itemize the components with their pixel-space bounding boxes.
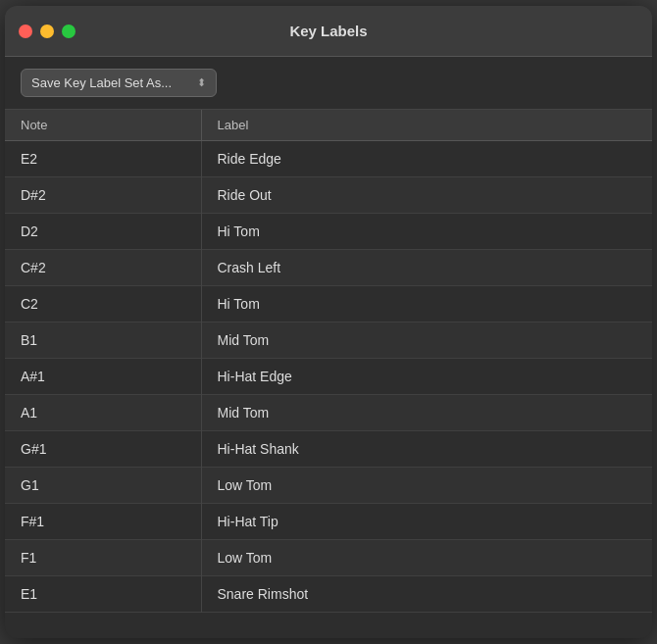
titlebar: Key Labels (5, 6, 652, 57)
maximize-button[interactable] (62, 25, 76, 38)
label-cell: Mid Tom (201, 395, 652, 431)
note-cell: D2 (5, 214, 201, 250)
note-cell: E2 (5, 141, 201, 177)
label-cell: Hi-Hat Tip (201, 504, 652, 540)
table-row[interactable]: E2Ride Edge (5, 141, 652, 177)
save-key-label-dropdown[interactable]: Save Key Label Set As... ⬍ (21, 69, 217, 97)
note-cell: D#2 (5, 177, 201, 214)
label-cell: Ride Out (201, 177, 652, 214)
key-labels-table: Note Label E2Ride EdgeD#2Ride OutD2Hi To… (5, 110, 652, 613)
table-row[interactable]: G#1Hi-Hat Shank (5, 431, 652, 468)
note-cell: A1 (5, 395, 201, 431)
table-row[interactable]: A#1Hi-Hat Edge (5, 359, 652, 395)
table-row[interactable]: C#2Crash Left (5, 250, 652, 286)
label-cell: Low Tom (201, 540, 652, 576)
label-cell: Snare Rimshot (201, 576, 652, 613)
note-cell: C#2 (5, 250, 201, 286)
traffic-lights (19, 25, 76, 38)
note-cell: F#1 (5, 504, 201, 540)
chevron-down-icon: ⬍ (197, 76, 206, 89)
label-cell: Hi Tom (201, 214, 652, 250)
note-cell: F1 (5, 540, 201, 576)
minimize-button[interactable] (40, 25, 54, 38)
note-cell: E1 (5, 576, 201, 613)
table-row[interactable]: B1Mid Tom (5, 322, 652, 359)
table-row[interactable]: C2Hi Tom (5, 286, 652, 322)
label-cell: Mid Tom (201, 322, 652, 359)
note-cell: B1 (5, 322, 201, 359)
table-row[interactable]: D#2Ride Out (5, 177, 652, 214)
label-column-header: Label (201, 110, 652, 141)
table-container[interactable]: Note Label E2Ride EdgeD#2Ride OutD2Hi To… (5, 110, 652, 638)
label-cell: Hi-Hat Edge (201, 359, 652, 395)
note-cell: A#1 (5, 359, 201, 395)
dropdown-label: Save Key Label Set As... (31, 75, 172, 90)
table-row[interactable]: D2Hi Tom (5, 214, 652, 250)
close-button[interactable] (19, 25, 32, 38)
label-cell: Low Tom (201, 468, 652, 504)
note-cell: C2 (5, 286, 201, 322)
table-row[interactable]: E1Snare Rimshot (5, 576, 652, 613)
note-cell: G1 (5, 468, 201, 504)
label-cell: Crash Left (201, 250, 652, 286)
key-labels-window: Key Labels Save Key Label Set As... ⬍ No… (5, 6, 652, 638)
window-title: Key Labels (289, 23, 367, 39)
table-row[interactable]: G1Low Tom (5, 468, 652, 504)
note-column-header: Note (5, 110, 201, 141)
table-row[interactable]: F1Low Tom (5, 540, 652, 576)
label-cell: Hi-Hat Shank (201, 431, 652, 468)
table-header-row: Note Label (5, 110, 652, 141)
toolbar: Save Key Label Set As... ⬍ (5, 57, 652, 110)
label-cell: Ride Edge (201, 141, 652, 177)
table-row[interactable]: F#1Hi-Hat Tip (5, 504, 652, 540)
label-cell: Hi Tom (201, 286, 652, 322)
note-cell: G#1 (5, 431, 201, 468)
table-row[interactable]: A1Mid Tom (5, 395, 652, 431)
